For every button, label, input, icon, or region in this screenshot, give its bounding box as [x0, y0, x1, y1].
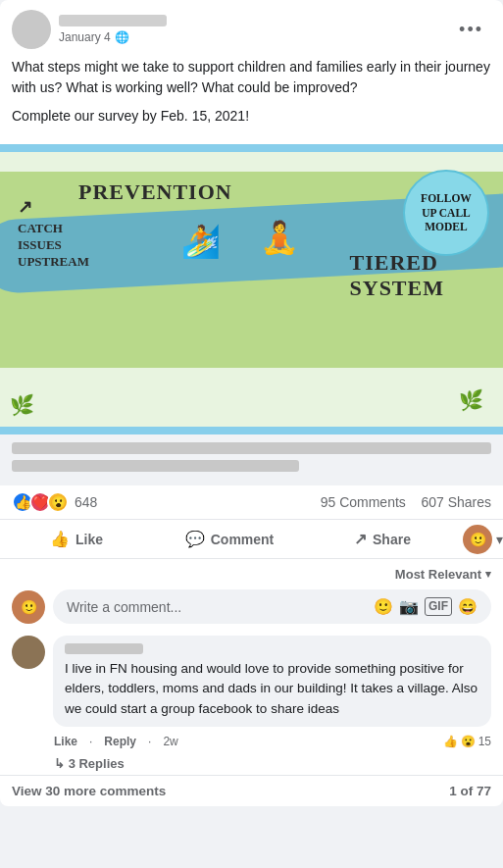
comment-reaction-like-icon: 👍 — [443, 735, 458, 748]
post-meta: January 4 🌐 — [59, 15, 167, 44]
comment-label: Comment — [211, 532, 275, 547]
view-more-bar[interactable]: View 30 more comments 1 of 77 — [0, 775, 503, 806]
grass-left-icon: 🌿 — [10, 393, 34, 417]
post-header-left: January 4 🌐 — [12, 10, 167, 49]
action-buttons: 👍 Like 💬 Comment ↗ Share 🙂 ▾ — [0, 520, 503, 559]
shared-line1 — [12, 442, 491, 454]
wow-reaction: 😮 — [47, 491, 69, 513]
post-text-line2: Complete our survey by Feb. 15, 2021! — [12, 106, 491, 127]
tuber2-icon: 🧘 — [260, 219, 299, 256]
reaction-count: 648 — [75, 494, 97, 510]
comment-button[interactable]: 💬 Comment — [153, 522, 306, 556]
comment-reaction-count: 15 — [478, 735, 491, 748]
poster-name-blur — [59, 15, 167, 26]
like-button[interactable]: 👍 Like — [0, 522, 153, 556]
emoji-icon[interactable]: 🙂 — [374, 597, 393, 616]
image-top-bar — [0, 144, 503, 152]
comment-input-box[interactable]: Write a comment... 🙂 📷 GIF 😄 — [53, 589, 491, 624]
share-button[interactable]: ↗ Share — [306, 522, 459, 556]
comment-input-row: 🙂 Write a comment... 🙂 📷 GIF 😄 — [0, 586, 503, 632]
catch-issues-text: CATCH ISSUES UPSTREAM — [18, 221, 89, 269]
illustration: PREVENTION ↗ CATCH ISSUES UPSTREAM 🏄 🧘 T… — [0, 152, 503, 427]
commenter-name-blur — [65, 643, 143, 654]
commenter-avatar: 🙂 — [12, 590, 45, 624]
page-label: 1 of 77 — [449, 784, 491, 798]
avatar — [12, 10, 51, 49]
comment-row: I live in FN housing and would love to p… — [0, 632, 503, 731]
comment-time: 2w — [163, 735, 177, 748]
comment-placeholder: Write a comment... — [67, 599, 181, 615]
prevention-label: PREVENTION — [78, 179, 232, 205]
post-content: What steps might we take to support chil… — [0, 53, 503, 144]
comment-reply-action[interactable]: Reply — [104, 735, 136, 748]
comment-input-icons: 🙂 📷 GIF 😄 — [374, 597, 478, 616]
camera-icon[interactable]: 📷 — [399, 597, 419, 616]
post-text-line1: What steps might we take to support chil… — [12, 57, 491, 98]
reactions-right: 95 Comments 607 Shares — [321, 494, 491, 510]
post-card: January 4 🌐 ••• What steps might we take… — [0, 0, 503, 806]
post-header: January 4 🌐 ••• — [0, 0, 503, 53]
gif-icon[interactable]: GIF — [425, 597, 452, 616]
tiered-system-label: TIERED SYSTEM — [350, 250, 444, 301]
comment-bubble: I live in FN housing and would love to p… — [53, 636, 491, 727]
post-date-text: January 4 — [59, 30, 111, 44]
comments-count[interactable]: 95 Comments — [321, 494, 406, 510]
like-icon: 👍 — [50, 530, 70, 548]
reactions-bar: 👍 ❤️ 😮 648 95 Comments 607 Shares — [0, 485, 503, 520]
sticker-icon[interactable]: 😄 — [458, 597, 478, 616]
comment-icon: 💬 — [185, 530, 205, 548]
sort-bar: Most Relevant ▾ — [0, 559, 503, 586]
more-options-button[interactable]: ••• — [451, 16, 491, 44]
share-label: Share — [373, 532, 411, 547]
reactions-left: 👍 ❤️ 😮 648 — [12, 491, 97, 513]
shares-count[interactable]: 607 Shares — [421, 494, 491, 510]
like-label: Like — [75, 532, 103, 547]
sort-chevron-icon[interactable]: ▾ — [485, 568, 491, 581]
globe-icon: 🌐 — [115, 30, 129, 44]
comment-action-dot2: · — [148, 735, 151, 748]
comment-avatar — [12, 636, 45, 669]
image-bottom-bar — [0, 427, 503, 434]
follow-up-text: FOLLOW UP CALL MODEL — [421, 191, 472, 235]
sort-label[interactable]: Most Relevant — [395, 567, 481, 582]
replies-expand-button[interactable]: 3 Replies — [0, 752, 503, 775]
post-image: PREVENTION ↗ CATCH ISSUES UPSTREAM 🏄 🧘 T… — [0, 144, 503, 434]
tuber1-icon: 🏄 — [181, 223, 221, 260]
profile-mini-button[interactable]: 🙂 — [463, 525, 492, 554]
post-date: January 4 🌐 — [59, 30, 167, 44]
profile-chevron-button[interactable]: ▾ — [496, 532, 503, 547]
comment-action-dot1: · — [89, 735, 92, 748]
comment-reaction-wow-icon: 😮 — [461, 735, 476, 748]
follow-up-bubble: FOLLOW UP CALL MODEL — [403, 170, 489, 256]
view-more-label[interactable]: View 30 more comments — [12, 784, 166, 798]
post-shared-section — [0, 434, 503, 485]
reaction-emojis: 👍 ❤️ 😮 — [12, 491, 69, 513]
profile-mini-avatar: 🙂 — [470, 532, 486, 547]
comment-reactions: 👍 😮 15 — [443, 735, 491, 748]
grass-right-icon: 🌿 — [459, 388, 483, 412]
comment-like-action[interactable]: Like — [54, 735, 77, 748]
catch-issues-label: ↗ CATCH ISSUES UPSTREAM — [18, 196, 89, 271]
shared-line2 — [12, 460, 299, 472]
comment-actions: Like · Reply · 2w 👍 😮 15 — [0, 731, 503, 752]
share-icon: ↗ — [354, 530, 367, 548]
comment-text: I live in FN housing and would love to p… — [65, 661, 478, 716]
